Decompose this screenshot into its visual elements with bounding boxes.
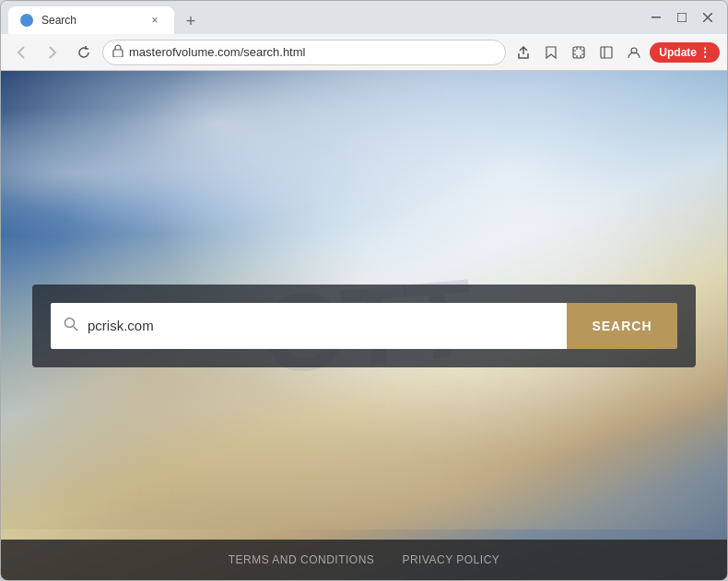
back-button[interactable] <box>8 40 34 65</box>
navigation-bar: masterofvolume.com/search.html Update ⋮ <box>1 34 727 71</box>
window-controls <box>644 8 720 27</box>
tab-bar: Search × + <box>8 1 204 34</box>
update-button[interactable]: Update ⋮ <box>650 42 720 63</box>
active-tab[interactable]: Search × <box>8 6 174 34</box>
browser-window: Search × + <box>0 0 728 581</box>
search-box <box>51 303 567 349</box>
svg-rect-8 <box>601 47 612 58</box>
menu-dots-icon: ⋮ <box>699 46 710 59</box>
profile-button[interactable] <box>622 41 646 64</box>
nav-actions: Update ⋮ <box>511 41 720 64</box>
svg-rect-7 <box>573 47 584 58</box>
address-bar[interactable]: masterofvolume.com/search.html <box>102 40 506 65</box>
forward-button[interactable] <box>40 40 65 65</box>
page-footer: TERMS AND CONDITIONS PRIVACY POLICY <box>1 540 727 580</box>
new-tab-button[interactable]: + <box>178 8 204 34</box>
tab-favicon <box>19 13 34 28</box>
svg-rect-5 <box>113 50 123 57</box>
share-button[interactable] <box>511 41 535 64</box>
search-input[interactable] <box>88 318 554 333</box>
terms-link[interactable]: TERMS AND CONDITIONS <box>229 553 375 566</box>
svg-point-0 <box>20 14 33 27</box>
page-content: OTT SEARCH TERMS AND CONDITIONS PRIVACY … <box>1 71 727 580</box>
close-button[interactable] <box>696 8 720 27</box>
extension-button[interactable] <box>567 41 591 64</box>
svg-marker-6 <box>546 47 556 58</box>
svg-line-12 <box>74 327 78 331</box>
sidebar-button[interactable] <box>594 41 618 64</box>
search-container: SEARCH <box>32 285 696 367</box>
bookmark-button[interactable] <box>539 41 563 64</box>
tab-close-button[interactable]: × <box>147 12 163 29</box>
svg-rect-1 <box>652 17 661 18</box>
svg-rect-2 <box>677 13 687 22</box>
privacy-link[interactable]: PRIVACY POLICY <box>402 553 499 566</box>
maximize-button[interactable] <box>670 8 694 27</box>
svg-point-11 <box>65 319 75 328</box>
tab-title: Search <box>41 14 139 27</box>
refresh-button[interactable] <box>71 40 97 65</box>
search-icon <box>64 317 78 334</box>
search-button[interactable]: SEARCH <box>567 303 677 349</box>
minimize-button[interactable] <box>644 8 668 27</box>
address-text: masterofvolume.com/search.html <box>129 45 496 59</box>
title-bar: Search × + <box>1 1 727 34</box>
lock-icon <box>112 44 123 60</box>
